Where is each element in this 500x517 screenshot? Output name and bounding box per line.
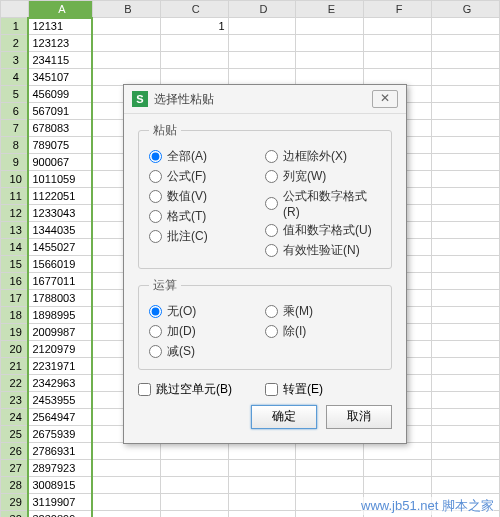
- row-header[interactable]: 22: [1, 375, 29, 392]
- cell[interactable]: [432, 256, 500, 273]
- cell[interactable]: 3119907: [28, 494, 92, 511]
- cell[interactable]: [432, 137, 500, 154]
- cell[interactable]: 1455027: [28, 239, 92, 256]
- cell[interactable]: [432, 460, 500, 477]
- cell[interactable]: 2231971: [28, 358, 92, 375]
- cell[interactable]: [432, 35, 500, 52]
- cell[interactable]: [432, 205, 500, 222]
- col-header-A[interactable]: A: [28, 1, 92, 18]
- row-header[interactable]: 8: [1, 137, 29, 154]
- cell[interactable]: 1677011: [28, 273, 92, 290]
- cell[interactable]: [92, 69, 160, 86]
- row-header[interactable]: 18: [1, 307, 29, 324]
- cell[interactable]: 1122051: [28, 188, 92, 205]
- paste-option[interactable]: 公式(F): [149, 168, 265, 185]
- cell[interactable]: [432, 188, 500, 205]
- cell[interactable]: [296, 69, 364, 86]
- cell[interactable]: 1: [160, 18, 228, 35]
- col-header-B[interactable]: B: [92, 1, 160, 18]
- cell[interactable]: [228, 69, 296, 86]
- cell[interactable]: [160, 511, 228, 518]
- cell[interactable]: [432, 358, 500, 375]
- cell[interactable]: [228, 18, 296, 35]
- cell[interactable]: [432, 103, 500, 120]
- cell[interactable]: [432, 239, 500, 256]
- cell[interactable]: [160, 52, 228, 69]
- cell[interactable]: 123123: [28, 35, 92, 52]
- cell[interactable]: [160, 443, 228, 460]
- cell[interactable]: [432, 171, 500, 188]
- op-option[interactable]: 无(O): [149, 303, 265, 320]
- cell[interactable]: 1898995: [28, 307, 92, 324]
- cancel-button[interactable]: 取消: [326, 405, 392, 429]
- cell[interactable]: [228, 460, 296, 477]
- paste-option[interactable]: 有效性验证(N): [265, 242, 381, 259]
- cell[interactable]: [160, 69, 228, 86]
- cell[interactable]: [432, 86, 500, 103]
- row-header[interactable]: 30: [1, 511, 29, 518]
- cell[interactable]: [432, 341, 500, 358]
- col-header-F[interactable]: F: [364, 1, 432, 18]
- row-header[interactable]: 20: [1, 341, 29, 358]
- cell[interactable]: [296, 511, 364, 518]
- cell[interactable]: 1788003: [28, 290, 92, 307]
- cell[interactable]: [432, 69, 500, 86]
- cell[interactable]: [364, 35, 432, 52]
- cell[interactable]: [432, 154, 500, 171]
- cell[interactable]: [92, 511, 160, 518]
- cell[interactable]: 678083: [28, 120, 92, 137]
- op-option[interactable]: 减(S): [149, 343, 265, 360]
- cell[interactable]: [228, 443, 296, 460]
- cell[interactable]: [228, 511, 296, 518]
- cell[interactable]: 2786931: [28, 443, 92, 460]
- cell[interactable]: 2675939: [28, 426, 92, 443]
- row-header[interactable]: 3: [1, 52, 29, 69]
- paste-option[interactable]: 数值(V): [149, 188, 265, 205]
- row-header[interactable]: 9: [1, 154, 29, 171]
- paste-option[interactable]: 公式和数字格式(R): [265, 188, 381, 219]
- cell[interactable]: [432, 290, 500, 307]
- cell[interactable]: [432, 307, 500, 324]
- cell[interactable]: [432, 273, 500, 290]
- cell[interactable]: [432, 426, 500, 443]
- col-header-D[interactable]: D: [228, 1, 296, 18]
- cell[interactable]: 2564947: [28, 409, 92, 426]
- cell[interactable]: [296, 494, 364, 511]
- cell[interactable]: [92, 443, 160, 460]
- cell[interactable]: [296, 477, 364, 494]
- cell[interactable]: 2342963: [28, 375, 92, 392]
- cell[interactable]: 2120979: [28, 341, 92, 358]
- row-header[interactable]: 28: [1, 477, 29, 494]
- cell[interactable]: [432, 52, 500, 69]
- row-header[interactable]: 23: [1, 392, 29, 409]
- cell[interactable]: [92, 460, 160, 477]
- cell[interactable]: [228, 477, 296, 494]
- cell[interactable]: 12131: [28, 18, 92, 35]
- transpose-checkbox[interactable]: 转置(E): [265, 381, 392, 398]
- cell[interactable]: [160, 477, 228, 494]
- cell[interactable]: [432, 222, 500, 239]
- op-option[interactable]: 加(D): [149, 323, 265, 340]
- cell[interactable]: 1566019: [28, 256, 92, 273]
- row-header[interactable]: 24: [1, 409, 29, 426]
- paste-option[interactable]: 全部(A): [149, 148, 265, 165]
- cell[interactable]: [432, 375, 500, 392]
- cell[interactable]: 3230899: [28, 511, 92, 518]
- row-header[interactable]: 6: [1, 103, 29, 120]
- row-header[interactable]: 5: [1, 86, 29, 103]
- row-header[interactable]: 10: [1, 171, 29, 188]
- ok-button[interactable]: 确定: [251, 405, 317, 429]
- cell[interactable]: [92, 18, 160, 35]
- row-header[interactable]: 17: [1, 290, 29, 307]
- cell[interactable]: [432, 477, 500, 494]
- row-header[interactable]: 13: [1, 222, 29, 239]
- cell[interactable]: 567091: [28, 103, 92, 120]
- row-header[interactable]: 27: [1, 460, 29, 477]
- cell[interactable]: 1344035: [28, 222, 92, 239]
- cell[interactable]: [92, 494, 160, 511]
- row-header[interactable]: 15: [1, 256, 29, 273]
- row-header[interactable]: 14: [1, 239, 29, 256]
- cell[interactable]: 900067: [28, 154, 92, 171]
- row-header[interactable]: 19: [1, 324, 29, 341]
- cell[interactable]: [92, 477, 160, 494]
